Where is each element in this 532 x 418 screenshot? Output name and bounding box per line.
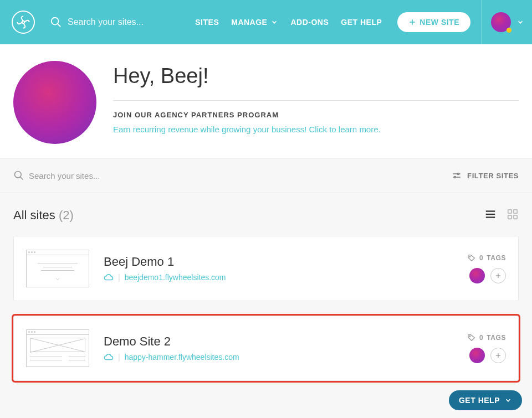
nav-addons[interactable]: ADD-ONS (290, 18, 329, 27)
nav-search-input[interactable] (62, 14, 184, 30)
filter-search (13, 170, 151, 181)
tag-icon (467, 333, 476, 342)
plus-icon (494, 272, 502, 280)
search-icon (50, 16, 62, 28)
chevron-down-icon (504, 396, 512, 404)
search-icon (13, 170, 24, 181)
new-site-label: NEW SITE (420, 18, 459, 27)
chevron-down-icon (270, 18, 278, 26)
nav-manage-label: MANAGE (231, 18, 267, 27)
site-meta: 0 TAGS (467, 254, 506, 283)
owner-row (469, 348, 506, 363)
grid-icon (507, 208, 519, 220)
tags-label: TAGS (487, 334, 506, 342)
site-name: Beej Demo 1 (104, 255, 453, 269)
chevron-down-icon (516, 18, 524, 26)
program-heading: JOIN OUR AGENCY PARTNERS PROGRAM (113, 111, 519, 119)
view-toggle (484, 208, 519, 223)
sites-title-text: All sites (13, 208, 55, 222)
svg-point-10 (454, 177, 456, 178)
tags-count: 0 (479, 334, 483, 342)
hero-text: Hey, Beej! JOIN OUR AGENCY PARTNERS PROG… (113, 61, 519, 144)
grid-view-button[interactable] (507, 208, 519, 223)
list-icon (484, 208, 497, 220)
plus-icon (408, 18, 416, 26)
svg-point-21 (469, 336, 470, 337)
site-thumbnail (26, 329, 89, 367)
filter-bar: FILTER SITES (0, 158, 532, 193)
nav-manage[interactable]: MANAGE (231, 18, 278, 27)
owner-avatar[interactable] (469, 348, 485, 363)
filter-search-input[interactable] (29, 171, 151, 180)
nav-divider (482, 0, 482, 44)
site-card[interactable]: Demo Site 2 | happy-hammer.flywheelsites… (13, 316, 519, 381)
site-url-row: | beejdemo1.flywheelsites.com (104, 272, 453, 282)
cloud-icon (104, 352, 114, 362)
svg-line-2 (58, 24, 61, 27)
sliders-icon (452, 171, 462, 180)
sites-count: (2) (59, 208, 74, 222)
svg-point-8 (458, 173, 459, 175)
svg-point-0 (22, 21, 24, 23)
site-info: Beej Demo 1 | beejdemo1.flywheelsites.co… (104, 255, 453, 282)
nav-sites[interactable]: SITES (195, 18, 219, 27)
program-link[interactable]: Earn recurring revenue while growing you… (113, 125, 519, 134)
site-name: Demo Site 2 (104, 334, 453, 349)
avatar (491, 12, 511, 32)
svg-rect-15 (514, 210, 517, 213)
tags-count: 0 (479, 254, 483, 262)
user-avatar-large (13, 61, 96, 144)
svg-point-5 (15, 172, 22, 178)
dashboard-hero: Hey, Beej! JOIN OUR AGENCY PARTNERS PROG… (0, 44, 532, 158)
svg-rect-17 (514, 215, 517, 219)
tags-row[interactable]: 0 TAGS (467, 333, 506, 342)
separator: | (118, 273, 120, 282)
svg-line-6 (21, 177, 23, 180)
sites-section: All sites (2) Beej Demo 1 | beejdemo1.fl… (0, 193, 532, 418)
tags-label: TAGS (487, 254, 506, 262)
plus-icon (494, 352, 502, 359)
sites-header: All sites (2) (13, 208, 519, 223)
top-navigation: SITES MANAGE ADD-ONS GET HELP NEW SITE (0, 0, 532, 44)
svg-point-18 (469, 256, 470, 257)
separator: | (118, 353, 120, 362)
site-url-row: | happy-hammer.flywheelsites.com (104, 352, 453, 362)
logo[interactable] (8, 11, 39, 34)
pinwheel-icon (16, 15, 30, 29)
tags-row[interactable]: 0 TAGS (467, 254, 506, 262)
nav-get-help[interactable]: GET HELP (341, 18, 382, 27)
svg-rect-16 (508, 215, 511, 219)
list-view-button[interactable] (484, 208, 497, 223)
site-meta: 0 TAGS (467, 333, 506, 363)
owner-avatar[interactable] (469, 268, 485, 283)
hero-divider (113, 100, 519, 101)
nav-search (50, 14, 195, 30)
new-site-button[interactable]: NEW SITE (397, 12, 470, 32)
get-help-floating-button[interactable]: GET HELP (449, 390, 522, 410)
chevron-down-icon (54, 276, 61, 282)
svg-point-1 (52, 18, 59, 25)
add-collaborator-button[interactable] (490, 348, 506, 363)
add-collaborator-button[interactable] (490, 268, 506, 283)
sites-title: All sites (2) (13, 208, 74, 223)
get-help-label: GET HELP (459, 396, 500, 405)
nav-links: SITES MANAGE ADD-ONS GET HELP NEW SITE (195, 12, 470, 32)
site-thumbnail (26, 250, 89, 287)
site-card[interactable]: Beej Demo 1 | beejdemo1.flywheelsites.co… (13, 236, 519, 301)
owner-row (469, 268, 506, 283)
tag-icon (467, 254, 476, 262)
cloud-icon (104, 272, 114, 282)
filter-sites-label: FILTER SITES (467, 172, 519, 180)
notification-badge (507, 28, 511, 33)
site-url[interactable]: happy-hammer.flywheelsites.com (125, 353, 239, 362)
greeting-title: Hey, Beej! (113, 64, 519, 88)
site-url[interactable]: beejdemo1.flywheelsites.com (125, 273, 226, 282)
site-info: Demo Site 2 | happy-hammer.flywheelsites… (104, 334, 453, 362)
filter-sites-button[interactable]: FILTER SITES (452, 171, 519, 180)
user-menu[interactable] (491, 12, 524, 32)
svg-rect-14 (508, 210, 511, 213)
